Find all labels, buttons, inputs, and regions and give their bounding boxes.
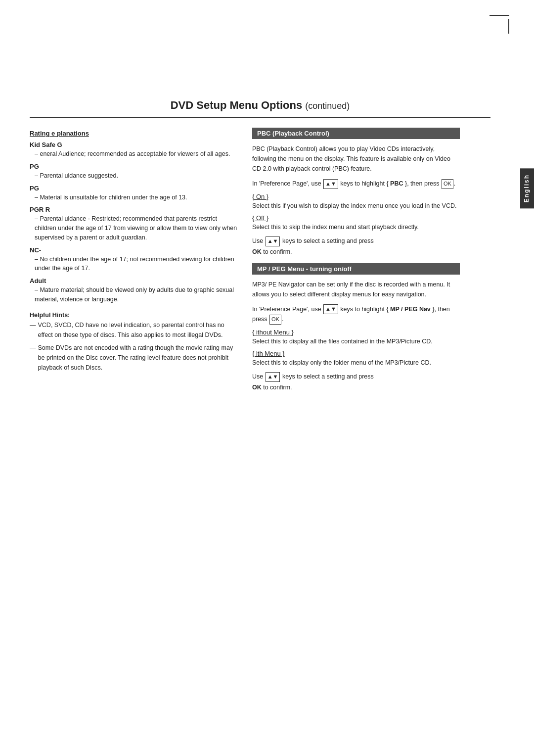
page-title-main: DVD Setup Menu Options [171, 99, 302, 111]
pbc-keys-symbol: ▲▼ [323, 179, 338, 189]
mpeg-use-keys: Use ▲▼ keys to select a setting and pres… [252, 372, 460, 382]
mpeg-header: MP / PEG Menu - turning on/off [252, 263, 460, 275]
right-column: PBC (Playback Control) PBC (Playback Con… [252, 128, 460, 395]
helpful-hints: Helpful Hints: — VCD, SVCD, CD have no l… [30, 310, 237, 373]
helpful-hint-2: — Some DVDs are not encoded with a ratin… [30, 343, 237, 373]
mpeg-preference-line: In 'Preference Page', use ▲▼ keys to hig… [252, 304, 460, 325]
rating-pg1-text: – Parental uidance suggested. [35, 171, 237, 181]
helpful-hint-1: — VCD, SVCD, CD have no level indication… [30, 320, 237, 340]
main-content: DVD Setup Menu Options (continued) Ratin… [0, 0, 520, 425]
with-menu-text: Select this to display only the folder m… [252, 358, 460, 368]
rating-adult-text: – Mature material; should be viewed only… [35, 285, 237, 304]
pbc-off-label: { Off } [252, 214, 268, 222]
pbc-section: PBC (Playback Control) PBC (Playback Con… [252, 128, 460, 255]
mpeg-select-keys-symbol: ▲▼ [266, 372, 280, 382]
without-menu-text: Select this to display all the files con… [252, 337, 460, 346]
pbc-select-keys-symbol: ▲▼ [266, 236, 280, 246]
pbc-on-text: Select this if you wish to display the i… [252, 201, 460, 211]
mpeg-press-symbol: OK [269, 315, 281, 325]
pbc-preference-line: In 'Preference Page', use ▲▼ keys to hig… [252, 179, 460, 189]
left-column: Rating e planations Kid Safe G – eneral … [30, 128, 237, 376]
english-tab: English [520, 168, 534, 208]
mpeg-description: MP3/ PE Navigator can be set only if the… [252, 280, 460, 299]
rating-explanations-heading: Rating e planations [30, 130, 237, 137]
without-menu-label: { ithout Menu } [252, 329, 294, 336]
rating-pgr-text: – Parental uidance - Restricted; recomme… [35, 214, 237, 242]
two-column-layout: Rating e planations Kid Safe G – eneral … [30, 128, 490, 395]
corner-line-horizontal [490, 15, 509, 16]
page-title-sub: (continued) [305, 101, 350, 111]
pbc-description: PBC (Playback Control) allows you to pla… [252, 144, 460, 174]
pbc-ok-confirm: OK to confirm. [252, 248, 460, 255]
mpeg-keys-symbol: ▲▼ [323, 304, 338, 314]
rating-pg2-label: PG [30, 185, 237, 192]
pbc-on-label: { On } [252, 193, 268, 200]
pbc-press-symbol: OK [442, 179, 453, 189]
pbc-off-text: Select this to skip the index menu and s… [252, 223, 460, 232]
page-container: English DVD Setup Menu Options (continue… [0, 0, 534, 756]
with-menu-label: { ith Menu } [252, 350, 285, 357]
rating-adult-label: Adult [30, 277, 237, 284]
without-menu-option: { ithout Menu } Select this to display a… [252, 329, 460, 346]
pbc-off-option: { Off } Select this to skip the index me… [252, 214, 460, 232]
rating-pg1-label: PG [30, 163, 237, 170]
pbc-use-keys: Use ▲▼ keys to select a setting and pres… [252, 236, 460, 246]
rating-kidsafe-label: Kid Safe G [30, 141, 237, 148]
with-menu-option: { ith Menu } Select this to display only… [252, 350, 460, 368]
mpeg-section: MP / PEG Menu - turning on/off MP3/ PE N… [252, 263, 460, 391]
corner-marks [490, 15, 509, 34]
rating-pgr-label: PGR R [30, 206, 237, 213]
rating-nc-label: NC- [30, 246, 237, 254]
helpful-hints-title: Helpful Hints: [30, 312, 70, 319]
pbc-on-option: { On } Select this if you wish to displa… [252, 193, 460, 211]
pbc-header: PBC (Playback Control) [252, 128, 460, 139]
page-title: DVD Setup Menu Options (continued) [30, 99, 490, 118]
rating-kidsafe-text: – eneral Audience; recommended as accept… [35, 149, 237, 159]
corner-line-vertical [508, 19, 509, 34]
rating-nc-text: – No children under the age of 17; not r… [35, 255, 237, 274]
mpeg-ok-confirm: OK to confirm. [252, 384, 460, 391]
rating-pg2-text: – Material is unsuitable for children un… [35, 193, 237, 202]
